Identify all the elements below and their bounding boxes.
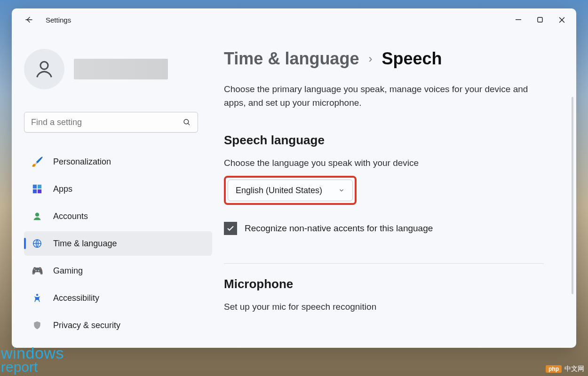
brush-icon: 🖌️ [32, 156, 43, 167]
sidebar-item-apps[interactable]: Apps [24, 177, 212, 201]
search-box[interactable] [24, 112, 198, 133]
sidebar-item-label: Accounts [53, 212, 88, 221]
svg-point-10 [36, 294, 38, 296]
accessibility-icon [32, 292, 43, 304]
profile-name-redacted [74, 59, 168, 79]
user-icon [33, 58, 55, 80]
scrollbar[interactable] [572, 97, 573, 294]
mic-setup-label: Set up your mic for speech recognition [224, 302, 565, 312]
recognize-accents-label: Recognize non-native accents for this la… [245, 223, 433, 234]
sidebar-item-label: Personalization [53, 157, 111, 167]
maximize-icon [537, 17, 543, 23]
sidebar-item-label: Apps [53, 184, 72, 194]
speech-language-heading: Speech language [224, 133, 565, 148]
svg-rect-0 [516, 19, 521, 20]
back-button[interactable] [19, 10, 38, 29]
breadcrumb: Time & language › Speech [224, 49, 565, 69]
breadcrumb-current: Speech [381, 49, 442, 69]
svg-rect-6 [33, 189, 37, 193]
avatar [24, 49, 64, 89]
arrow-left-icon [24, 15, 33, 24]
sidebar-item-label: Time & language [53, 239, 117, 249]
sidebar-item-time-language[interactable]: Time & language [24, 231, 212, 256]
svg-point-2 [40, 62, 48, 69]
search-input[interactable] [31, 118, 183, 127]
breadcrumb-parent[interactable]: Time & language [224, 49, 359, 69]
watermark-windows-report: windows report [1, 346, 64, 373]
choose-language-label: Choose the language you speak with your … [224, 158, 565, 168]
window-controls [508, 10, 572, 29]
globe-clock-icon [32, 238, 43, 249]
recognize-accents-checkbox[interactable] [224, 222, 237, 235]
sidebar-item-gaming[interactable]: 🎮 Gaming [24, 258, 212, 283]
apps-icon [32, 183, 43, 195]
chevron-down-icon [338, 187, 345, 194]
sidebar-item-label: Privacy & security [53, 321, 120, 330]
sidebar-item-label: Accessibility [53, 293, 99, 303]
svg-rect-5 [38, 185, 41, 188]
speech-language-dropdown[interactable]: English (United States) [228, 180, 353, 201]
maximize-button[interactable] [529, 10, 551, 29]
profile-block[interactable] [24, 49, 214, 89]
svg-rect-7 [38, 189, 41, 193]
shield-icon [32, 320, 43, 331]
svg-rect-4 [33, 185, 37, 188]
person-icon [32, 211, 43, 222]
annotation-highlight: English (United States) [224, 176, 357, 205]
svg-rect-1 [538, 17, 542, 22]
svg-point-3 [184, 119, 189, 124]
sidebar-item-privacy-security[interactable]: Privacy & security [24, 313, 212, 337]
search-icon [183, 118, 191, 126]
section-divider [224, 263, 544, 264]
page-description: Choose the primary language you speak, m… [224, 83, 539, 110]
content-area: Time & language › Speech Choose the prim… [221, 31, 576, 348]
sidebar-item-accessibility[interactable]: Accessibility [24, 286, 212, 310]
sidebar-item-personalization[interactable]: 🖌️ Personalization [24, 149, 212, 174]
settings-window: Settings [12, 8, 576, 348]
recognize-accents-row[interactable]: Recognize non-native accents for this la… [224, 222, 565, 235]
sidebar-item-accounts[interactable]: Accounts [24, 204, 212, 228]
nav-list: 🖌️ Personalization Apps Accounts [24, 149, 214, 337]
close-button[interactable] [551, 10, 572, 29]
app-title: Settings [46, 16, 71, 24]
minimize-icon [516, 17, 521, 23]
minimize-button[interactable] [508, 10, 529, 29]
chevron-right-icon: › [368, 52, 372, 65]
dropdown-value: English (United States) [236, 186, 322, 196]
watermark-php-cn: php 中文网 [546, 365, 584, 373]
gamepad-icon: 🎮 [32, 265, 43, 276]
titlebar: Settings [12, 8, 576, 31]
close-icon [559, 17, 565, 23]
svg-point-8 [35, 213, 39, 217]
check-icon [226, 224, 235, 233]
sidebar-item-label: Gaming [53, 266, 83, 276]
sidebar: 🖌️ Personalization Apps Accounts [12, 31, 221, 348]
microphone-heading: Microphone [224, 277, 565, 291]
annotation-arrow [221, 344, 285, 348]
